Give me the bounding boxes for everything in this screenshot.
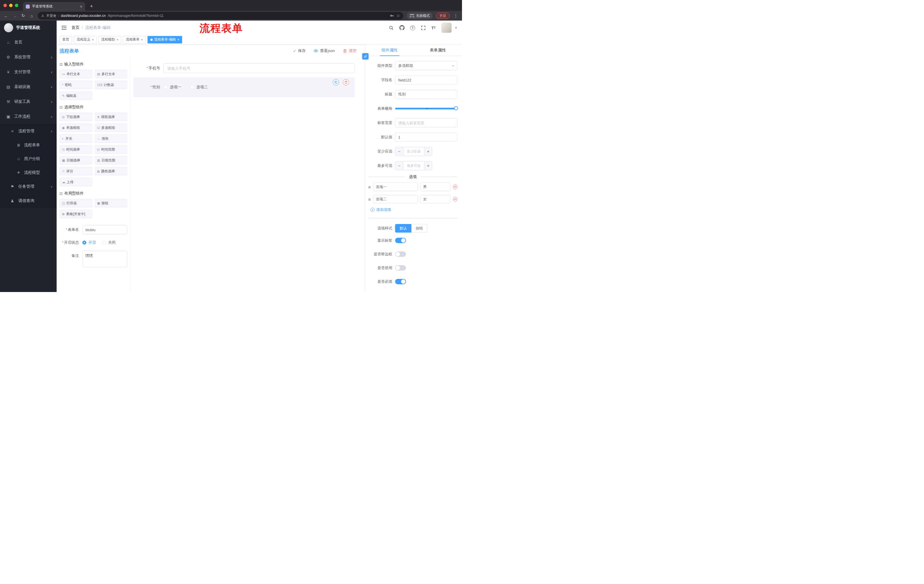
sidebar-logo[interactable]: 芋道管理系统 — [0, 21, 57, 35]
save-button[interactable]: ✓ 保存 — [293, 48, 305, 53]
breadcrumb-home[interactable]: 首页 — [71, 25, 79, 30]
hamburger-fold-icon[interactable] — [61, 25, 67, 31]
minimize-window-button[interactable] — [9, 4, 13, 7]
sidebar-item-process-form[interactable]: ≣ 流程表单 — [0, 138, 57, 152]
min-select-input[interactable] — [403, 147, 424, 156]
update-button[interactable]: 更新 — [436, 13, 450, 19]
label-width-input[interactable] — [395, 118, 457, 127]
form-name-input[interactable] — [82, 225, 127, 234]
drag-handle-icon[interactable]: ≡ — [368, 197, 371, 202]
phone-input[interactable] — [163, 63, 355, 73]
help-icon[interactable]: ? — [410, 25, 415, 30]
delete-component-button[interactable] — [343, 79, 349, 86]
tab-component-props[interactable]: 组件属性 — [365, 44, 414, 56]
security-label[interactable]: 不安全 — [46, 13, 57, 18]
tag-process-model[interactable]: 流程模型 × — [98, 36, 121, 43]
fullscreen-icon[interactable] — [421, 25, 426, 30]
palette-item-table[interactable]: ⊞表格[开发中] — [59, 210, 92, 218]
avatar[interactable] — [441, 23, 452, 33]
palette-item-date-range[interactable]: ▥日期范围 — [95, 156, 127, 165]
status-off-radio[interactable]: 关闭 — [102, 240, 116, 245]
palette-item-cascader[interactable]: ⋔级联选择 — [95, 113, 127, 121]
grid-slider[interactable] — [395, 104, 457, 113]
browser-menu-icon[interactable]: ⋮ — [453, 13, 459, 18]
gender-option-1-checkbox[interactable]: 选项一 — [163, 85, 182, 90]
phone-field-row[interactable]: *手机号 — [133, 63, 355, 73]
drag-handle-icon[interactable]: ≡ — [368, 184, 371, 189]
style-button-button[interactable]: 按钮 — [411, 224, 427, 233]
link-button[interactable] — [362, 53, 368, 59]
close-icon[interactable]: × — [177, 38, 179, 42]
forward-icon[interactable]: → — [12, 13, 17, 18]
increase-button[interactable]: + — [424, 147, 432, 156]
form-remark-textarea[interactable]: 嘿嘿 — [82, 251, 127, 267]
component-type-select[interactable]: 多选框组 — [395, 61, 457, 70]
close-icon[interactable]: × — [141, 38, 143, 42]
palette-item-rate[interactable]: ☆评分 — [59, 167, 92, 175]
tag-home[interactable]: 首页 — [59, 36, 72, 43]
home-icon[interactable]: ⌂ — [29, 13, 34, 18]
default-value-input[interactable] — [395, 133, 457, 142]
browser-tab[interactable]: 芋道管理系统 × — [23, 2, 85, 11]
zoom-window-button[interactable] — [15, 4, 18, 7]
decrease-button[interactable]: − — [395, 161, 403, 170]
palette-item-date-picker[interactable]: ▦日期选择 — [59, 156, 92, 165]
slider-handle[interactable] — [454, 106, 458, 110]
palette-item-button[interactable]: ▣按钮 — [95, 199, 127, 207]
palette-item-textarea[interactable]: ▤多行文本 — [95, 70, 127, 78]
palette-item-radio-group[interactable]: ◉单选框组 — [59, 123, 92, 132]
sidebar-item-payment[interactable]: ¥ 支付管理 ∨ — [0, 64, 57, 79]
password-key-icon[interactable] — [390, 13, 394, 18]
disabled-toggle[interactable] — [395, 265, 406, 271]
palette-item-editor[interactable]: ✎编辑器 — [59, 91, 92, 100]
option-1-value-input[interactable] — [420, 183, 450, 191]
close-window-button[interactable] — [3, 4, 7, 7]
new-tab-button[interactable]: + — [87, 2, 96, 10]
close-icon[interactable]: × — [116, 38, 118, 42]
sidebar-item-infrastructure[interactable]: ▤ 基础设施 ∨ — [0, 79, 57, 94]
palette-item-checkbox-group[interactable]: ☑多选框组 — [95, 123, 127, 132]
palette-item-color-picker[interactable]: ◍颜色选择 — [95, 167, 127, 175]
add-option-button[interactable]: + 添加选项 — [371, 207, 457, 212]
palette-item-password[interactable]: *密码 — [59, 81, 92, 89]
sidebar-item-task-management[interactable]: ⚑ 任务管理 ∨ — [0, 179, 57, 194]
max-select-input[interactable] — [403, 161, 424, 170]
required-toggle[interactable] — [395, 279, 406, 284]
tag-process-definition[interactable]: 流程定义 × — [74, 36, 97, 43]
font-size-icon[interactable]: TT — [431, 25, 436, 30]
sidebar-item-leave-query[interactable]: ♟ 请假查询 — [0, 194, 57, 208]
close-icon[interactable]: × — [92, 38, 94, 42]
tag-process-form[interactable]: 流程表单 × — [123, 36, 146, 43]
bookmark-star-icon[interactable]: ☆ — [396, 13, 400, 18]
sidebar-item-home[interactable]: ⌂ 首页 — [0, 35, 57, 50]
reload-icon[interactable]: ↻ — [21, 13, 26, 18]
clear-button[interactable]: 清空 — [343, 48, 356, 53]
border-toggle[interactable] — [395, 252, 406, 257]
remove-option-button[interactable] — [453, 197, 457, 201]
selected-component-gender[interactable]: *性别 选项一 选项二 — [133, 77, 355, 97]
increase-button[interactable]: + — [424, 161, 432, 170]
search-icon[interactable] — [389, 25, 394, 30]
field-name-input[interactable] — [395, 76, 457, 85]
tab-close-icon[interactable]: × — [80, 5, 82, 8]
sidebar-item-user-group[interactable]: ☺ 用户分组 — [0, 152, 57, 166]
palette-item-row-container[interactable]: ◫行容器 — [59, 199, 92, 207]
palette-item-single-line[interactable]: ▭单行文本 — [59, 70, 92, 78]
option-2-value-input[interactable] — [420, 195, 450, 204]
sidebar-item-devtools[interactable]: ⚒ 研发工具 ∨ — [0, 94, 57, 109]
avatar-caret-icon[interactable]: ▾ — [455, 26, 457, 30]
title-input[interactable] — [395, 90, 457, 99]
palette-item-time-picker[interactable]: ◷时间选择 — [59, 145, 92, 154]
view-json-button[interactable]: 查看json — [314, 48, 335, 53]
sidebar-item-process-model[interactable]: ✈ 流程模型 — [0, 166, 57, 179]
palette-item-counter[interactable]: 123计数器 — [95, 81, 127, 89]
tab-form-props[interactable]: 表单属性 — [414, 44, 462, 56]
palette-item-time-range[interactable]: ◴时间范围 — [95, 145, 127, 154]
palette-item-slider[interactable]: ↔滑块 — [95, 134, 127, 143]
palette-item-upload[interactable]: ☁上传 — [59, 178, 92, 186]
back-icon[interactable]: ← — [3, 13, 8, 18]
palette-item-select[interactable]: ◎下拉选择 — [59, 113, 92, 121]
sidebar-item-system[interactable]: ⚙ 系统管理 ∨ — [0, 50, 57, 64]
remove-option-button[interactable] — [453, 184, 457, 189]
copy-component-button[interactable] — [333, 79, 339, 86]
